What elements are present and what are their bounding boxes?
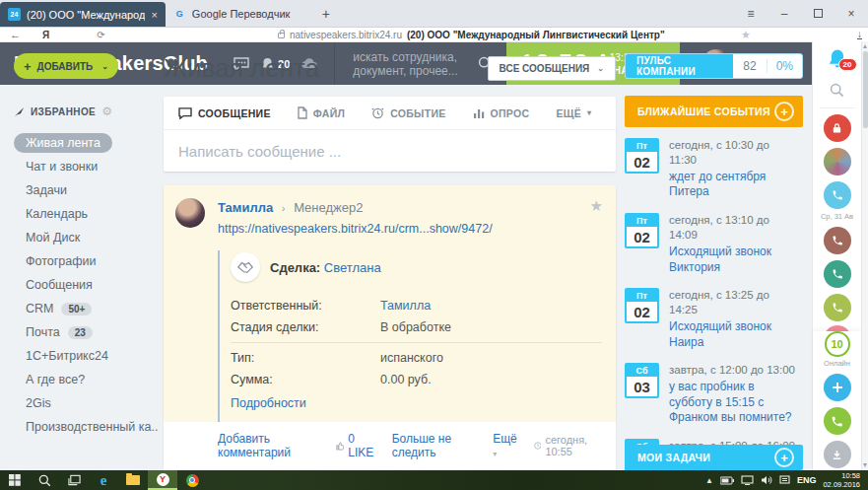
browser-tab-translate[interactable]: G Google Переводчик [166, 0, 313, 27]
composer-tab-file[interactable]: ФАЙЛ [298, 106, 345, 119]
window-maximize-button[interactable] [801, 0, 835, 27]
sidebar-item-production-calendar[interactable]: Производственный ка... [0, 415, 158, 439]
like-count[interactable]: 0 LIKE [348, 432, 375, 459]
gear-icon[interactable]: ⚙ [101, 105, 112, 118]
post-url-link[interactable]: https://nativespeakers.bitrix24.ru/crm..… [218, 222, 493, 236]
sidebar-item-crm[interactable]: CRM50+ [0, 297, 158, 320]
online-label: Онлайн [824, 359, 850, 368]
new-tab-button[interactable]: + [313, 0, 339, 27]
composer-tab-more[interactable]: ЕЩЁ ▾ [556, 107, 591, 119]
chevron-down-icon[interactable]: ⌄ [101, 62, 108, 71]
event-item[interactable]: Пт02 сегодня, с 13:10 до 14:09 Исходящий… [625, 213, 803, 275]
telephony-button[interactable] [824, 407, 851, 435]
scrollbar-thumb[interactable] [863, 51, 868, 128]
add-button[interactable]: + ДОБАВИТЬ ⌄ [14, 53, 118, 79]
sidebar-item-1c-bitrix[interactable]: 1С+Битрикс24 [0, 344, 158, 368]
messenger-actions: 10 Онлайн [813, 331, 861, 470]
tray-expand-icon[interactable]: ▲ [705, 476, 713, 485]
url-field[interactable]: nativespeakers.bitrix24.ru (20) ООО "Меж… [278, 30, 665, 40]
post-author-link[interactable]: Тамилла [218, 200, 273, 215]
event-link[interactable]: у вас пробник в субботу в 15:15 с Франко… [669, 380, 800, 426]
browser-menu-icon[interactable]: ≡ [734, 0, 768, 27]
window-close-button[interactable]: × [835, 0, 868, 27]
taskbar-search-button[interactable] [30, 470, 59, 490]
post-target-link[interactable]: Менеджер2 [294, 200, 363, 215]
taskbar-clock[interactable]: 10:58 02.09.2016 [823, 471, 860, 490]
online-count[interactable]: 10 [825, 331, 850, 357]
messenger-notifications-button[interactable]: 20 [828, 48, 847, 69]
phone-icon [831, 415, 843, 428]
volume-icon[interactable] [761, 475, 772, 485]
add-event-button[interactable]: + [774, 102, 794, 121]
post-more-link[interactable]: Ещё ▾ [493, 432, 517, 459]
task-view-button[interactable] [59, 470, 89, 490]
recent-chat-avatar[interactable] [824, 148, 851, 175]
download-icon [832, 450, 842, 460]
language-indicator[interactable]: ENG [797, 475, 817, 485]
favorites-label: ИЗБРАННОЕ [31, 106, 96, 117]
edge-icon[interactable]: e [89, 470, 118, 490]
call-item[interactable] [824, 260, 851, 288]
sidebar-item-live-feed[interactable]: Живая лента [0, 131, 158, 155]
sidebar-item-drive[interactable]: Мой Диск [0, 226, 158, 249]
message-input[interactable]: Написать сообщение ... [164, 130, 616, 172]
sidebar-item-calendar[interactable]: Календарь [0, 202, 158, 226]
call-item[interactable] [824, 227, 851, 254]
call-item[interactable] [824, 181, 851, 209]
sidebar-item-photos[interactable]: Фотографии [0, 249, 158, 273]
chevron-down-icon: ▾ [493, 450, 497, 458]
window-minimize-button[interactable]: – [768, 0, 801, 27]
company-pulse-widget[interactable]: ПУЛЬС КОМПАНИИ 82 0% [625, 53, 803, 79]
call-item[interactable] [824, 294, 851, 321]
favorite-star-icon[interactable]: ★ [590, 197, 603, 215]
post-author-avatar[interactable] [175, 198, 205, 228]
browser-tab-bitrix[interactable]: 24 (20) ООО "Международ × [0, 2, 166, 27]
yandex-browser-icon[interactable]: Y [148, 470, 177, 490]
chrome-icon[interactable] [177, 470, 207, 490]
details-link[interactable]: Подробности [231, 390, 602, 420]
event-link[interactable]: Исходящий звонок Наира [669, 319, 800, 350]
reload-button[interactable]: ⟳ [97, 30, 104, 40]
composer-tab-poll[interactable]: ОПРОС [473, 107, 530, 119]
invite-users-button[interactable] [824, 374, 851, 401]
back-button[interactable]: ← [10, 29, 21, 40]
event-item[interactable]: Пт02 сегодня, с 13:25 до 14:25 Исходящий… [625, 288, 803, 350]
add-task-button[interactable]: + [774, 448, 794, 467]
left-sidebar: + ДОБАВИТЬ ⌄ ИЗБРАННОЕ ⚙ Живая лента Чат… [0, 41, 158, 470]
event-item[interactable]: Сб03 завтра, с 12:00 до 13:00 у вас проб… [625, 363, 803, 426]
bookmark-star-icon[interactable]: ★ [741, 29, 751, 41]
scroll-down-arrow[interactable] [863, 463, 867, 467]
sidebar-item-chat[interactable]: Чат и звонки [0, 155, 158, 178]
messenger-rail: 20 Ср, 31 Ав 10 Онлайн [812, 41, 861, 470]
composer-tab-event[interactable]: СОБЫТИЕ [371, 106, 445, 119]
responsible-link[interactable]: Тамилла [380, 299, 431, 313]
private-chat-avatar[interactable] [824, 114, 851, 142]
deal-name-link[interactable]: Светлана [324, 260, 381, 275]
scroll-up-arrow[interactable] [863, 44, 867, 48]
sidebar-item-where-is-everybody[interactable]: А где все? [0, 368, 158, 391]
post-timestamp[interactable]: сегодня, 10:55 [545, 434, 602, 457]
event-item[interactable]: Пт02 сегодня, с 10:30 до 11:30 ждет до с… [625, 138, 803, 200]
tab-close-icon[interactable]: × [151, 9, 157, 21]
browser-scrollbar[interactable] [861, 41, 868, 470]
yandex-logo-icon[interactable]: Я [42, 30, 49, 40]
sidebar-item-mail[interactable]: Почта23 [0, 320, 158, 344]
event-link[interactable]: Исходящий звонок Виктория [669, 245, 800, 275]
event-link[interactable]: ждет до сентября Питера [669, 170, 800, 200]
file-explorer-icon[interactable] [118, 470, 148, 490]
install-app-button[interactable] [824, 441, 851, 468]
unfollow-link[interactable]: Больше не следить [392, 432, 477, 459]
network-icon[interactable] [741, 475, 754, 485]
messenger-search-icon[interactable] [830, 83, 844, 98]
sidebar-item-messages[interactable]: Сообщения [0, 273, 158, 297]
action-center-icon[interactable] [779, 475, 790, 485]
battery-icon[interactable] [720, 476, 734, 485]
feed-filter-button[interactable]: ВСЕ СООБЩЕНИЯ ⌄ [488, 56, 616, 81]
start-button[interactable] [0, 470, 30, 490]
sidebar-item-tasks[interactable]: Задачи [0, 178, 158, 202]
sidebar-item-2gis[interactable]: 2Gis [0, 391, 158, 415]
composer-tab-message[interactable]: СООБЩЕНИЕ [178, 107, 271, 119]
downloads-button[interactable]: ↓ [857, 30, 862, 39]
thumbs-up-icon[interactable] [336, 441, 345, 452]
add-comment-link[interactable]: Добавить комментарий [218, 432, 320, 459]
